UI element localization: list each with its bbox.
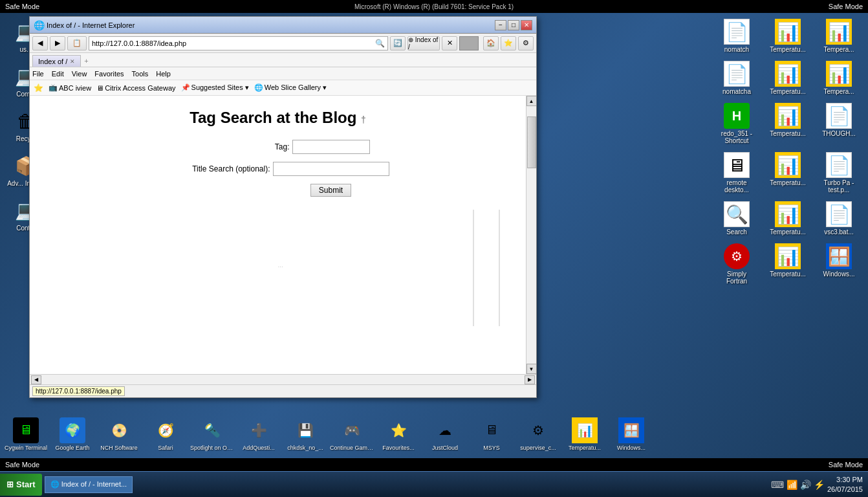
title-search-label: Title Search (optional): xyxy=(167,164,270,173)
ie-address-bar[interactable]: 🔍 xyxy=(89,36,388,50)
taskbar-app-continue[interactable]: 🎮 Continue GamesDes... xyxy=(329,417,374,451)
ie-stop-btn[interactable]: ⊕ Index of / xyxy=(407,36,440,50)
taskbar-app-safari[interactable]: 🧭 Safari xyxy=(143,417,188,451)
ie-restore-btn[interactable]: □ xyxy=(508,20,519,30)
ie-new-tab-btn[interactable]: + xyxy=(81,55,91,67)
right-icon-temp4[interactable]: 📊 Tempera... xyxy=(816,58,862,98)
ie-scrollbar-thumb[interactable] xyxy=(527,116,536,168)
continue-icon: 🎮 xyxy=(339,417,365,443)
taskbar-app-favourites[interactable]: ⭐ Favourites... xyxy=(376,417,421,451)
content-area: ... xyxy=(43,210,513,339)
taskbar-app-windows-strip[interactable]: 🪟 Windows... xyxy=(609,417,654,451)
right-icon-temp5[interactable]: 📊 Temperatu... xyxy=(765,100,810,147)
menu-edit[interactable]: Edit xyxy=(52,70,64,78)
taskbar-time: 3:30 PM 26/07/2015 xyxy=(827,475,863,494)
safari-icon: 🧭 xyxy=(153,417,179,443)
taskbar-app-supervise[interactable]: ⚙ supervise_c... xyxy=(515,417,561,451)
right-icon-nomatcha[interactable]: 📄 nomatcha xyxy=(714,58,759,98)
safe-mode-top-left: Safe Mode xyxy=(5,3,39,10)
submit-button[interactable]: Submit xyxy=(310,184,351,197)
submit-row: Submit xyxy=(43,184,513,197)
vsc-label: vsc3.bat... xyxy=(824,228,854,236)
taskbar-app-google-earth[interactable]: 🌍 Google Earth xyxy=(50,417,95,451)
taskbar-ie-btn[interactable]: 🌐 Index of / - Internet... xyxy=(45,476,133,493)
temp4-icon: 📊 xyxy=(826,61,852,87)
ie-scrollbar[interactable]: ▲ ▼ xyxy=(526,96,536,374)
ie-back-btn[interactable]: ◀ xyxy=(32,36,48,50)
taskbar-app-msys[interactable]: 🖥 MSYS xyxy=(469,417,514,451)
right-icon-turbo[interactable]: 📄 Turbo Pa - test.p... xyxy=(816,149,862,196)
chkdsk-icon: 💾 xyxy=(292,417,318,443)
taskbar-running-apps: 🌐 Index of / - Internet... xyxy=(45,476,766,493)
ie-h-scroll-right-btn[interactable]: ▶ xyxy=(525,375,535,384)
ie-fav-webslice[interactable]: 🌐 Web Slice Gallery ▾ xyxy=(254,83,327,92)
right-icon-nomatch[interactable]: 📄 nomatch xyxy=(714,16,759,56)
taskbar-app-addquesti[interactable]: ➕ AddQuesti... xyxy=(236,417,281,451)
ie-tab-close-btn[interactable]: ✕ xyxy=(442,36,457,50)
menu-file[interactable]: File xyxy=(32,70,44,78)
page-title-text: Tag Search at the Blog xyxy=(190,109,356,126)
ie-forward-btn[interactable]: ▶ xyxy=(50,36,65,50)
ie-fav-suggested[interactable]: 📌 Suggested Sites ▾ xyxy=(181,83,249,92)
ie-favorites-btn[interactable]: ⭐ xyxy=(501,36,516,50)
right-icon-temp1[interactable]: 📊 Temperatu... xyxy=(765,16,810,56)
menu-tools[interactable]: Tools xyxy=(132,70,149,78)
safe-mode-top-right: Safe Mode xyxy=(829,3,863,10)
suggested-label: Suggested Sites ▾ xyxy=(191,83,249,92)
page-title: Tag Search at the Blog † xyxy=(43,109,513,127)
tray-keyboard-icon: ⌨ xyxy=(771,480,784,490)
webslice-icon: 🌐 xyxy=(254,83,263,92)
right-icon-windows[interactable]: 🪟 Windows... xyxy=(816,241,862,287)
menu-help[interactable]: Help xyxy=(156,70,171,78)
temp6-label: Temperatu... xyxy=(770,179,806,186)
right-icon-temp2[interactable]: 📊 Tempera... xyxy=(816,16,862,56)
ie-go-btn[interactable]: 🔍 xyxy=(375,39,385,48)
ie-tab-bar: Index of / ✕ + xyxy=(30,53,536,67)
ie-home-btn[interactable]: 📋 xyxy=(67,36,87,50)
right-icon-temp6[interactable]: 📊 Temperatu... xyxy=(765,149,810,196)
spotlight-icon: 🔦 xyxy=(199,417,225,443)
ie-fav-abc[interactable]: 📺 ABC iview xyxy=(49,83,91,92)
ie-h-scroll-track[interactable] xyxy=(41,375,525,384)
ie-scrollbar-track[interactable] xyxy=(527,106,536,364)
taskbar-app-spotlight[interactable]: 🔦 Spotlight on Oracle 9.5 xyxy=(190,417,235,451)
right-icon-simply[interactable]: ⚙ Simply Fortran xyxy=(714,241,759,287)
though-label: THOUGH... xyxy=(822,130,856,137)
ie-fav-icon: ⭐ xyxy=(34,83,43,93)
ie-address-input[interactable] xyxy=(92,39,375,47)
right-icon-vsc[interactable]: 📄 vsc3.bat... xyxy=(816,199,862,238)
ie-scrollbar-down-btn[interactable]: ▼ xyxy=(526,364,537,374)
right-icon-temp8[interactable]: 📊 Temperatu... xyxy=(765,241,810,287)
taskbar-app-temp-strip[interactable]: 📊 Temperatu... xyxy=(562,417,607,451)
taskbar-app-justcloud[interactable]: ☁ JustCloud xyxy=(422,417,468,451)
ie-h-scrollbar[interactable]: ◀ ▶ xyxy=(30,374,536,384)
menu-favorites[interactable]: Favorites xyxy=(94,70,124,78)
tag-label: Tag: xyxy=(186,142,290,151)
ie-tab-close-icon[interactable]: ✕ xyxy=(70,58,75,65)
ie-loading-indicator xyxy=(459,36,479,50)
ie-refresh-btn[interactable]: 🔄 xyxy=(390,36,406,50)
search-label: Search xyxy=(726,228,747,236)
menu-view[interactable]: View xyxy=(72,70,87,78)
ie-scrollbar-up-btn[interactable]: ▲ xyxy=(526,96,537,106)
ie-settings-btn[interactable]: ⚙ xyxy=(518,36,534,50)
tag-input[interactable] xyxy=(292,140,370,154)
ie-close-btn[interactable]: ✕ xyxy=(521,20,532,30)
ie-minimize-btn[interactable]: − xyxy=(495,20,506,30)
right-icon-search[interactable]: 🔍 Search xyxy=(714,199,759,238)
taskbar-app-nch[interactable]: 📀 NCH Software xyxy=(96,417,142,451)
ie-h-scroll-left-btn[interactable]: ◀ xyxy=(31,375,41,384)
right-icon-though[interactable]: 📄 THOUGH... xyxy=(816,100,862,147)
ie-tab-main[interactable]: Index of / ✕ xyxy=(32,55,81,67)
ie-tools-btn[interactable]: 🏠 xyxy=(483,36,499,50)
right-icon-redo[interactable]: H redo_351 - Shortcut xyxy=(714,100,759,147)
windows-label: Windows... xyxy=(823,271,855,278)
taskbar-app-cygwin[interactable]: 🖥 Cygwin Terminal xyxy=(3,417,49,451)
right-icon-temp3[interactable]: 📊 Temperatu... xyxy=(765,58,810,98)
start-button[interactable]: ⊞ Start xyxy=(0,474,42,496)
taskbar-app-chkdsk[interactable]: 💾 chkdsk_no_... xyxy=(283,417,328,451)
ie-fav-citrix[interactable]: 🖥 Citrix Access Gateway xyxy=(96,84,175,92)
right-icon-remote[interactable]: 🖥 remote deskto... xyxy=(714,149,759,196)
title-search-input[interactable] xyxy=(273,162,389,176)
right-icon-temp7[interactable]: 📊 Temperatu... xyxy=(765,199,810,238)
